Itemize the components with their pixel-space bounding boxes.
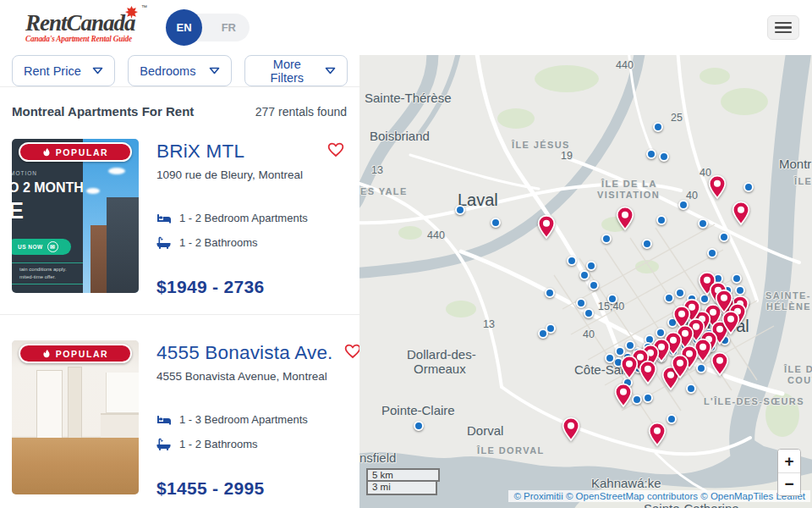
zoom-in-button[interactable]: + [778, 450, 800, 472]
language-fr-button[interactable]: FR [222, 14, 236, 41]
favorite-heart-icon[interactable] [327, 142, 344, 161]
map-marker-dot[interactable] [567, 256, 577, 266]
map-label: nsfield [359, 450, 396, 465]
map-label: ÎLE DE LA [601, 179, 657, 189]
map-marker-dot[interactable] [653, 122, 663, 132]
rentcanada-logo[interactable]: RentCanada ™ Canada's Apartment Rental G… [25, 12, 144, 43]
rent-price-filter[interactable]: Rent Price [12, 55, 115, 86]
map-marker-pin[interactable] [620, 355, 639, 380]
results-header: Montreal Apartments For Rent 277 rentals… [0, 87, 359, 127]
favorite-heart-icon[interactable] [344, 344, 359, 362]
map-attribution[interactable]: © Proximitii © OpenStreetMap contributor… [508, 490, 810, 502]
listing-card[interactable]: POPULAR 4555 Bonavista Ave... 4555 Bonav… [0, 314, 359, 508]
map-marker-dot[interactable] [584, 308, 594, 318]
map-marker-dot[interactable] [579, 270, 590, 280]
apartment-photo [68, 367, 82, 439]
map-marker-dot[interactable] [664, 293, 674, 303]
map-marker-pin[interactable] [562, 417, 580, 442]
map-label: ES YALE [360, 186, 408, 196]
language-en-button[interactable]: EN [166, 9, 202, 46]
map-label: 13 [371, 164, 383, 176]
map-marker-dot[interactable] [743, 182, 754, 192]
zoom-out-button[interactable]: − [778, 472, 800, 495]
apartment-photo [12, 438, 139, 494]
promo-graphic: MOTION O 2 MONTHS E US NOW ✉ tain condit… [12, 139, 83, 293]
listing-details: BRiX MTL 1090 rue de Bleury, Montreal 1 … [139, 139, 348, 297]
map-label: 13 [483, 318, 495, 330]
map-marker-dot[interactable] [538, 329, 548, 339]
map-marker-pin[interactable] [614, 383, 633, 408]
map[interactable]: Sainte-ThérèseBoisbriand13ES YALEÎLE JÉS… [359, 55, 812, 508]
trademark-symbol: ™ [141, 4, 147, 10]
popular-badge: POPULAR [19, 344, 132, 363]
popular-badge: POPULAR [19, 142, 132, 162]
map-marker-pin[interactable] [616, 206, 634, 231]
listing-title[interactable]: BRiX MTL [156, 141, 332, 163]
map-label: Dorval [467, 423, 503, 438]
map-marker-dot[interactable] [659, 152, 669, 162]
map-marker-pin[interactable] [708, 174, 727, 200]
map-marker-dot[interactable] [545, 288, 555, 298]
bedrooms-filter-label: Bedrooms [140, 64, 195, 78]
apartment-photo [36, 370, 63, 439]
map-marker-dot[interactable] [707, 248, 717, 258]
map-marker-dot[interactable] [576, 298, 586, 308]
map-marker-pin[interactable] [721, 310, 740, 335]
map-marker-dot[interactable] [698, 218, 708, 229]
flame-icon [42, 350, 51, 358]
apartment-photo [106, 373, 139, 412]
map-label: 19 [561, 150, 573, 162]
chevron-down-icon [209, 67, 220, 75]
map-marker-dot[interactable] [605, 353, 615, 363]
listing-photo[interactable]: MOTION O 2 MONTHS E US NOW ✉ tain condit… [12, 139, 139, 293]
map-marker-pin[interactable] [732, 201, 750, 226]
map-label: ÎLE JÉSUS [512, 140, 570, 150]
map-label: Sainte-Thérèse [365, 91, 452, 105]
map-marker-dot[interactable] [491, 218, 501, 228]
map-label: 40 [686, 190, 698, 202]
map-label: 40 [583, 329, 595, 340]
map-label: 440 [616, 59, 634, 71]
bathrooms-text: 1 - 2 Bathrooms [179, 236, 258, 249]
map-marker-dot[interactable] [414, 421, 424, 431]
map-label: Kahnawá:ke [591, 476, 661, 490]
map-marker-pin[interactable] [648, 422, 667, 447]
map-marker-dot[interactable] [719, 232, 729, 242]
map-marker-dot[interactable] [656, 215, 667, 225]
listing-card[interactable]: MOTION O 2 MONTHS E US NOW ✉ tain condit… [0, 127, 359, 311]
language-toggle[interactable]: EN FR [167, 14, 250, 41]
map-marker-dot[interactable] [732, 273, 742, 284]
listing-features: 1 - 2 Bedroom Apartments 1 - 2 Bathrooms [156, 212, 348, 249]
chevron-down-icon [92, 67, 103, 75]
map-marker-dot[interactable] [643, 393, 653, 403]
bedrooms-text: 1 - 3 Bedroom Apartments [179, 413, 308, 426]
filter-bar: Rent Price Bedrooms More Filters [0, 55, 359, 87]
map-marker-dot[interactable] [686, 384, 696, 394]
listing-price: $1455 - 2995 [156, 478, 348, 499]
map-marker-dot[interactable] [642, 239, 652, 249]
listing-photo[interactable]: POPULAR [12, 340, 139, 494]
map-marker-pin[interactable] [639, 360, 657, 385]
main-content: Rent Price Bedrooms More Filters Montrea… [0, 55, 812, 508]
hamburger-menu-button[interactable] [767, 15, 799, 40]
map-label: ÎLE DORVAL [477, 445, 545, 456]
map-marker-dot[interactable] [589, 280, 599, 290]
map-label: L'ÎLE-DES-SŒURS [704, 396, 804, 406]
map-marker-dot[interactable] [646, 149, 656, 159]
map-marker-dot[interactable] [667, 414, 677, 424]
map-marker-dot[interactable] [601, 234, 612, 244]
maple-leaf-icon [125, 6, 138, 22]
map-marker-dot[interactable] [632, 395, 642, 405]
listing-title[interactable]: 4555 Bonavista Ave... [156, 342, 332, 364]
map-marker-dot[interactable] [675, 288, 685, 298]
map-marker-dot[interactable] [455, 205, 465, 215]
map-marker-pin[interactable] [671, 354, 689, 379]
map-marker-dot[interactable] [607, 294, 617, 304]
map-label: HÉLÈNE [766, 301, 811, 312]
bedrooms-filter[interactable]: Bedrooms [128, 55, 231, 86]
map-marker-dot[interactable] [586, 261, 596, 271]
listing-address: 1090 rue de Bleury, Montreal [156, 168, 348, 181]
map-marker-dot[interactable] [678, 200, 689, 210]
more-filters-button[interactable]: More Filters [244, 55, 348, 86]
map-marker-pin[interactable] [537, 214, 556, 240]
